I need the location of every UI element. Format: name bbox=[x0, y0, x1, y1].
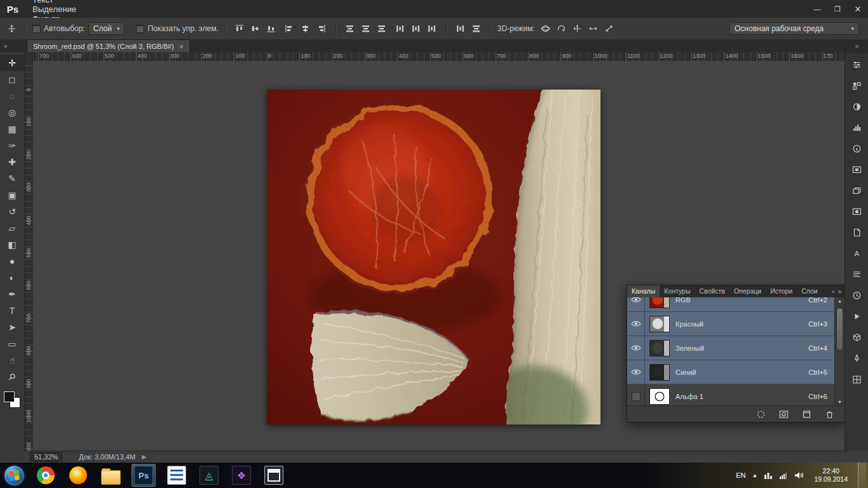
taskbar-app-blue-document-app[interactable] bbox=[165, 464, 188, 486]
tool-type[interactable]: T bbox=[0, 302, 24, 319]
3d-scale[interactable] bbox=[602, 22, 617, 36]
color-panel-icon[interactable] bbox=[848, 56, 865, 74]
panel-collapse-icon[interactable]: » bbox=[832, 288, 835, 295]
tool-rectangular-marquee[interactable]: ◻ bbox=[0, 71, 24, 88]
visibility-eye-icon[interactable] bbox=[627, 312, 645, 336]
taskbar-app-console-window-app[interactable] bbox=[262, 464, 285, 486]
tool-eraser[interactable]: ▱ bbox=[0, 220, 24, 236]
scrollbar-thumb[interactable] bbox=[836, 308, 843, 351]
zoom-level-field[interactable]: 51,32% bbox=[30, 452, 62, 462]
3d-orbit[interactable] bbox=[538, 22, 553, 36]
taskbar-app-explorer[interactable] bbox=[99, 464, 122, 486]
distribute-bottom-edges[interactable] bbox=[374, 22, 390, 36]
new-channel[interactable] bbox=[799, 407, 814, 421]
start-button[interactable] bbox=[4, 466, 24, 485]
show-desktop-button[interactable] bbox=[858, 463, 865, 488]
distribute-top-edges[interactable] bbox=[342, 22, 358, 36]
restore-button[interactable]: ❐ bbox=[827, 0, 848, 18]
styles-panel-icon[interactable] bbox=[848, 329, 865, 346]
channel-row-красный[interactable]: КрасныйCtrl+3 bbox=[627, 312, 835, 336]
character-panel-icon[interactable]: A bbox=[848, 245, 865, 262]
3d-slide[interactable] bbox=[586, 22, 601, 36]
scroll-up-icon[interactable]: ▲ bbox=[835, 299, 844, 303]
align-bottom-edges[interactable] bbox=[264, 22, 279, 36]
grid-panel-icon[interactable] bbox=[848, 370, 865, 388]
panel-tab-свойств[interactable]: Свойств bbox=[695, 285, 729, 297]
channel-row-синий[interactable]: СинийCtrl+5 bbox=[627, 360, 835, 384]
tool-blur[interactable]: ● bbox=[0, 253, 24, 269]
visibility-eye-icon[interactable] bbox=[627, 360, 645, 384]
tool-move[interactable]: ✛ bbox=[0, 55, 24, 71]
distribute-vertical-centers[interactable] bbox=[358, 22, 374, 36]
paragraph-panel-icon[interactable] bbox=[848, 266, 865, 283]
tool-gradient[interactable]: ◧ bbox=[0, 236, 24, 253]
swatches-panel-icon[interactable] bbox=[848, 77, 865, 95]
align-left-edges[interactable] bbox=[282, 22, 297, 36]
tool-pen[interactable]: ✒ bbox=[0, 286, 24, 302]
tool-crop[interactable]: ▦ bbox=[0, 121, 24, 137]
3d-pan[interactable] bbox=[570, 22, 585, 36]
taskbar-app-purple-emblem-app[interactable]: ❖ bbox=[230, 464, 253, 486]
3d-roll[interactable] bbox=[554, 22, 569, 36]
tool-healing-brush[interactable]: ✚ bbox=[0, 154, 24, 170]
panel-scrollbar[interactable]: ▲ ▼ bbox=[834, 297, 844, 405]
tool-lasso[interactable]: ◌ bbox=[0, 88, 24, 104]
layers-panel-icon[interactable] bbox=[848, 182, 865, 200]
vertical-ruler[interactable]: 010020030040050060070080090010001100 bbox=[24, 61, 34, 451]
save-selection-as-channel[interactable] bbox=[776, 407, 791, 421]
color-swatches[interactable] bbox=[4, 391, 20, 408]
tab-close-icon[interactable]: × bbox=[179, 43, 183, 50]
panel-tab-каналы[interactable]: Каналы bbox=[627, 285, 660, 297]
close-button[interactable]: ✕ bbox=[848, 0, 868, 18]
minimize-button[interactable]: — bbox=[807, 0, 827, 18]
brush-panel-icon[interactable] bbox=[848, 349, 865, 367]
align-right-edges[interactable] bbox=[314, 22, 329, 36]
histogram-panel-icon[interactable] bbox=[848, 119, 865, 137]
tool-path-selection[interactable]: ➤ bbox=[0, 319, 24, 336]
load-channel-as-selection[interactable] bbox=[753, 407, 768, 421]
distribute-left-edges[interactable] bbox=[393, 22, 408, 36]
language-indicator[interactable]: EN bbox=[736, 471, 745, 479]
navigator-panel-icon[interactable] bbox=[848, 161, 865, 179]
show-transform-controls-checkbox[interactable] bbox=[136, 25, 144, 33]
panel-tab-истори[interactable]: Истори bbox=[766, 285, 797, 297]
document-canvas[interactable] bbox=[267, 90, 600, 424]
auto-select-dropdown[interactable]: Слой ▾ bbox=[88, 22, 125, 35]
taskbar-app-chrome[interactable] bbox=[34, 464, 57, 486]
align-vertical-centers[interactable] bbox=[248, 22, 263, 36]
pages-panel-icon[interactable] bbox=[848, 224, 865, 241]
panel-tab-слои[interactable]: Слои bbox=[797, 285, 822, 297]
visibility-eye-icon[interactable] bbox=[627, 297, 645, 311]
document-tab[interactable]: Shroom_red.psd @ 51,3% (Слой 3, RGB/8#) … bbox=[27, 39, 190, 52]
taskbar-app-dark-teal-app[interactable]: ◬ bbox=[198, 464, 220, 486]
visibility-eye-icon[interactable] bbox=[627, 336, 645, 360]
tool-brush[interactable]: ✎ bbox=[0, 170, 24, 187]
panel-menu-icon[interactable]: ≡ bbox=[838, 288, 841, 295]
tool-dodge[interactable]: ◐ bbox=[0, 269, 24, 286]
move-tool-icon[interactable] bbox=[4, 22, 19, 36]
panel-tab-операци[interactable]: Операци bbox=[729, 285, 766, 297]
delete-channel[interactable] bbox=[822, 407, 837, 421]
show-hidden-icons[interactable]: ▲ bbox=[752, 472, 758, 478]
volume-icon[interactable] bbox=[794, 471, 804, 479]
taskbar-app-photoshop[interactable]: Ps bbox=[132, 464, 156, 487]
info-panel-icon[interactable] bbox=[848, 140, 865, 158]
foreground-color-swatch[interactable] bbox=[4, 391, 15, 402]
panels-expand-icon[interactable]: « bbox=[845, 39, 868, 53]
distribute-right-edges[interactable] bbox=[424, 22, 440, 36]
distribute-horizontal-centers[interactable] bbox=[409, 22, 424, 36]
scroll-down-icon[interactable]: ▼ bbox=[835, 400, 844, 404]
masks-panel-icon[interactable] bbox=[848, 203, 865, 220]
workspace-dropdown[interactable]: Основная рабочая среда ▾ bbox=[729, 22, 859, 35]
channel-row-rgb[interactable]: RGBCtrl+2 bbox=[627, 297, 835, 312]
auto-select-checkbox[interactable] bbox=[32, 25, 41, 33]
status-expand-icon[interactable]: ▶ bbox=[142, 454, 146, 460]
channel-row-альфа-1[interactable]: Альфа 1Ctrl+6 bbox=[627, 384, 835, 405]
menu-item-выделение[interactable]: Выделение bbox=[25, 4, 102, 14]
tool-history-brush[interactable]: ↺ bbox=[0, 203, 24, 220]
align-top-edges[interactable] bbox=[232, 22, 247, 36]
channel-row-зеленый[interactable]: ЗеленыйCtrl+4 bbox=[627, 336, 835, 360]
timeline-panel-icon[interactable] bbox=[848, 287, 865, 304]
adjustments-panel-icon[interactable] bbox=[848, 98, 865, 116]
tool-rectangle[interactable]: ▭ bbox=[0, 336, 24, 352]
